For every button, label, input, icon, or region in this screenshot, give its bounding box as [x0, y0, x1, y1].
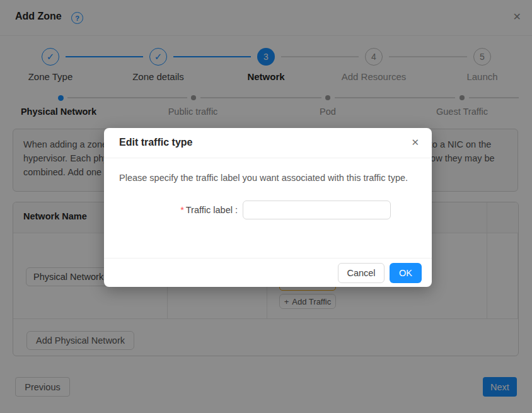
cancel-button[interactable]: Cancel [338, 263, 385, 283]
ok-button[interactable]: OK [390, 263, 422, 283]
traffic-label-input[interactable] [243, 201, 391, 219]
modal-header: Edit traffic type ✕ [104, 128, 432, 158]
required-asterisk: * [180, 205, 184, 215]
field-label-text: Traffic label [186, 205, 233, 215]
edit-traffic-type-modal: Edit traffic type ✕ Please specify the t… [104, 128, 432, 287]
traffic-label-form-row: *Traffic label : [119, 201, 417, 219]
modal-description: Please specify the traffic label you wan… [119, 171, 410, 185]
modal-title: Edit traffic type [119, 137, 192, 148]
add-zone-wizard: Add Zone ? ✕ ✓ Zone Type ✓ Zone details … [0, 0, 532, 413]
traffic-label-field-label: *Traffic label : [119, 205, 243, 215]
modal-body: Please specify the traffic label you wan… [104, 158, 432, 219]
modal-close-icon[interactable]: ✕ [411, 137, 419, 147]
field-label-colon: : [233, 205, 238, 215]
modal-footer: Cancel OK [104, 258, 432, 287]
